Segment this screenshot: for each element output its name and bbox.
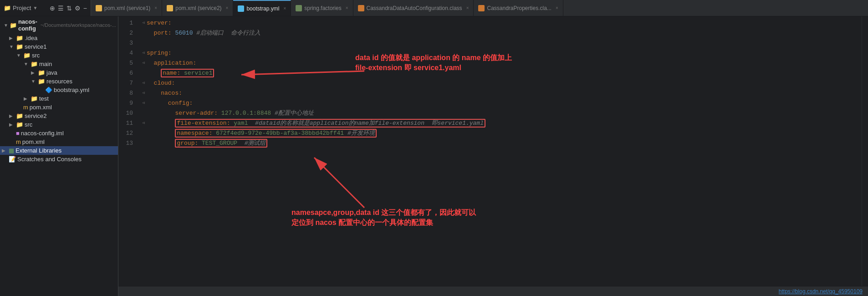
code-line-6: name: service1 (140, 68, 858, 78)
code-line-1-text: server: (147, 18, 172, 28)
service1-label: service1 (25, 43, 46, 50)
scrollbar[interactable] (862, 16, 868, 286)
tree-src[interactable]: ▼ 📁 src (0, 51, 118, 60)
scratches-icon: 📝 (9, 156, 16, 163)
main-arrow: ▼ (24, 61, 29, 66)
java-arrow: ▶ (31, 70, 36, 75)
project-title: Project (13, 5, 31, 11)
tree-service2[interactable]: ▶ 📁 service2 (0, 112, 118, 120)
tab-icon-cassandra-auto (358, 5, 364, 11)
tab-label-bootstrap: bootstrap.yml (246, 5, 279, 12)
sidebar: ▼ 📁 nacos-config ~/Documents/workspace/n… (0, 16, 118, 296)
java-label: java (46, 69, 57, 76)
code-line-2-text: port: 56010 #启动端口 命令行注入 (147, 28, 260, 38)
java-folder-icon: 📁 (38, 69, 45, 76)
code-line-3-text (147, 38, 150, 48)
root-arrow: ▼ (4, 23, 8, 28)
code-line-5: ⊲ application: (140, 58, 858, 68)
tree-scratches[interactable]: ▶ 📝 Scratches and Consoles (0, 155, 118, 163)
tree-iml[interactable]: ▶ ■ nacos-config.iml (0, 129, 118, 138)
gutter-9: ⊲ (140, 98, 147, 108)
bootstrap-file-icon: 🔷 (45, 87, 52, 93)
root-folder-icon: 📁 (10, 22, 17, 29)
tree-idea[interactable]: ▶ 📁 .idea (0, 34, 118, 42)
tab-spring-factories[interactable]: spring.factories × (291, 0, 353, 16)
bootstrap-yml-label: bootstrap.yml (54, 87, 89, 93)
code-line-10-text: server-addr: 127.0.0.1:8848 #配置中心地址 (147, 108, 314, 118)
tab-cassandra-props[interactable]: CassandraProperties.cla... × (474, 0, 563, 16)
code-line-7-text: cloud: (147, 78, 175, 88)
service1-folder-icon: 📁 (16, 43, 23, 50)
project-header: 📁 Project ▼ ⊕ ☰ ⇅ ⚙ − (0, 0, 91, 16)
tab-icon-pom2 (167, 5, 173, 11)
tab-icon-factories (296, 5, 302, 11)
tree-src2[interactable]: ▶ 📁 src (0, 120, 118, 129)
gutter-5: ⊲ (140, 58, 147, 68)
align-icon[interactable]: ☰ (58, 5, 64, 12)
pom1-label: pom.xml (30, 104, 52, 111)
project-dropdown-icon[interactable]: ▼ (33, 5, 37, 10)
tab-bar: 📁 Project ▼ ⊕ ☰ ⇅ ⚙ − pom.xml (service1)… (0, 0, 868, 16)
gutter-8: ⊲ (140, 88, 147, 98)
ext-libs-arrow: ▶ (2, 148, 7, 153)
tab-close-pom2[interactable]: × (226, 5, 229, 10)
pom-root-label: pom.xml (22, 138, 45, 145)
service2-label: service2 (25, 112, 46, 119)
tree-test[interactable]: ▶ 📁 test (0, 94, 118, 103)
gutter-7: ⊲ (140, 78, 147, 88)
tab-cassandra-auto[interactable]: CassandraDataAutoConfiguration.class × (353, 0, 474, 16)
tab-label-pom1: pom.xml (service1) (104, 5, 150, 11)
bottom-bar: https://blog.csdn.net/qq_45950109 (118, 286, 868, 296)
resources-folder-icon: 📁 (38, 78, 45, 85)
resources-label: resources (46, 78, 72, 85)
tab-close-cassandra-props[interactable]: × (556, 5, 558, 10)
root-path: ~/Documents/workspace/nacos-... (41, 22, 116, 28)
url-link[interactable]: https://blog.csdn.net/qq_45950109 (779, 288, 863, 295)
main-folder-icon: 📁 (31, 61, 38, 67)
code-line-11: ⊲ file-extension: yaml #dataid的名称就是appli… (140, 118, 858, 128)
add-icon[interactable]: ⊕ (50, 5, 55, 12)
src-folder-icon: 📁 (23, 52, 31, 59)
tree-pom-root[interactable]: ▶ m pom.xml (0, 138, 118, 146)
tab-close-cassandra-auto[interactable]: × (466, 5, 469, 10)
tab-pom-service2[interactable]: pom.xml (service2) × (162, 0, 233, 16)
tab-label-pom2: pom.xml (service2) (175, 5, 221, 11)
code-line-7: ⊲ cloud: (140, 78, 858, 88)
code-line-1: ⊲ server: (140, 18, 858, 28)
tree-root[interactable]: ▼ 📁 nacos-config ~/Documents/workspace/n… (0, 16, 118, 34)
tree-service1[interactable]: ▼ 📁 service1 (0, 42, 118, 51)
tab-close-factories[interactable]: × (346, 5, 348, 10)
minus-icon[interactable]: − (83, 5, 87, 12)
resources-arrow: ▼ (31, 79, 36, 84)
tree-bootstrap-yml[interactable]: ▶ 🔷 bootstrap.yml (0, 86, 118, 94)
line-numbers: 1 2 3 4 5 6 7 8 9 10 11 12 13 (118, 16, 137, 286)
main-label: main (39, 61, 52, 67)
project-folder-icon: 📁 (4, 5, 11, 11)
editor-tabs: pom.xml (service1) × pom.xml (service2) … (91, 0, 868, 16)
tab-icon-cassandra-props (478, 5, 485, 11)
tab-icon-pom1 (96, 5, 102, 11)
src2-arrow: ▶ (9, 122, 15, 127)
code-editor[interactable]: ⊲ server: port: 56010 #启动端口 命令行注入 ⊲ spri… (137, 16, 862, 286)
tree-pom-service1[interactable]: ▶ m pom.xml (0, 103, 118, 112)
code-line-4-text: spring: (147, 48, 172, 58)
code-line-6-text: name: service1 (147, 68, 214, 78)
iml-label: nacos-config.iml (21, 130, 64, 137)
service2-folder-icon: 📁 (16, 112, 23, 119)
idea-arrow: ▶ (9, 36, 15, 41)
tree-main[interactable]: ▼ 📁 main (0, 60, 118, 68)
tab-close-pom1[interactable]: × (154, 5, 157, 10)
tab-pom-service1[interactable]: pom.xml (service1) × (91, 0, 162, 16)
tab-bootstrap[interactable]: bootstrap.yml × (233, 0, 291, 16)
src-arrow: ▼ (16, 53, 22, 58)
tree-external-libs[interactable]: ▶ ▦ External Libraries (0, 146, 118, 155)
code-line-8: ⊲ nacos: (140, 88, 858, 98)
sort-icon[interactable]: ⇅ (66, 5, 72, 12)
settings-icon[interactable]: ⚙ (75, 5, 81, 12)
tree-java[interactable]: ▶ 📁 java (0, 68, 118, 77)
tree-resources[interactable]: ▼ 📁 resources (0, 77, 118, 86)
code-line-8-text: nacos: (147, 88, 182, 98)
tab-icon-bootstrap (238, 5, 244, 12)
tab-label-cassandra-props: CassandraProperties.cla... (487, 5, 551, 11)
tab-close-bootstrap[interactable]: × (283, 6, 286, 11)
